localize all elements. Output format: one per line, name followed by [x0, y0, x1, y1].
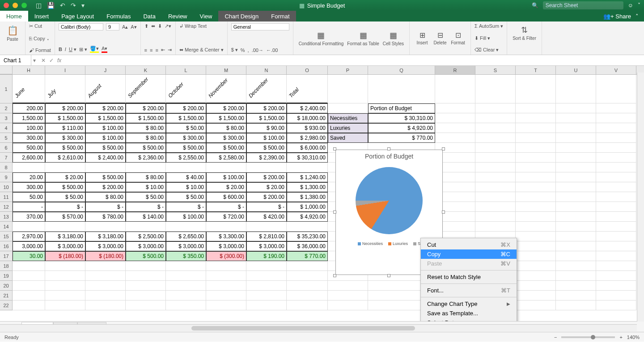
orientation-icon[interactable]: ↗▾	[165, 23, 171, 29]
cell-O14[interactable]	[287, 222, 328, 232]
cell-U11[interactable]	[556, 192, 596, 202]
cell-M14[interactable]	[206, 222, 246, 232]
cell-O18[interactable]	[287, 261, 328, 271]
cell-K9[interactable]: $ 80.00	[126, 172, 166, 182]
cell-M7[interactable]: $ 2,580.00	[206, 153, 246, 163]
cell-V15[interactable]	[596, 232, 636, 241]
cell-T10[interactable]	[516, 182, 556, 192]
cell-M4[interactable]: $ 80.00	[206, 123, 246, 133]
cell-Q3[interactable]: $ 30,310.00	[368, 113, 435, 123]
cell-J21[interactable]	[85, 291, 126, 300]
cell-K21[interactable]	[126, 291, 166, 300]
column-header-H[interactable]: H	[13, 66, 45, 74]
row-header-21[interactable]: 21	[0, 291, 13, 300]
cancel-formula-icon[interactable]: ✕	[41, 57, 46, 64]
increase-decimal-icon[interactable]: .00→	[252, 47, 263, 53]
cell-O22[interactable]	[287, 300, 328, 310]
cell-L4[interactable]: $ 50.00	[166, 123, 206, 133]
cell-O12[interactable]: $ 1,000.00	[287, 202, 328, 212]
horizontal-scrollbar[interactable]	[0, 324, 637, 331]
cell-J4[interactable]: $ 100.00	[85, 123, 126, 133]
cell-K4[interactable]: $ 80.00	[126, 123, 166, 133]
ribbon-tab-view[interactable]: View	[194, 11, 219, 21]
cell-N8[interactable]	[246, 163, 287, 172]
search-input[interactable]: Search Sheet	[543, 1, 623, 9]
cell-T13[interactable]	[516, 212, 556, 222]
cell-L1[interactable]: October	[166, 75, 206, 103]
ribbon-toggle-icon[interactable]: ˅	[638, 2, 640, 9]
cell-J15[interactable]: $ 3,180.00	[85, 232, 126, 241]
cell-M19[interactable]	[206, 271, 246, 281]
row-header-19[interactable]: 19	[0, 271, 13, 281]
decrease-indent-icon[interactable]: ⇤	[161, 47, 165, 53]
cell-M21[interactable]	[206, 291, 246, 300]
ribbon-tab-formulas[interactable]: Formulas	[100, 11, 137, 21]
format-as-table-button[interactable]: ▦Format as Table	[345, 23, 381, 53]
cell-K6[interactable]: $ 500.00	[126, 143, 166, 153]
cell-V3[interactable]	[596, 113, 636, 123]
cell-T11[interactable]	[516, 192, 556, 202]
cell-Q1[interactable]	[368, 75, 435, 103]
cell-T9[interactable]	[516, 172, 556, 182]
cell-L8[interactable]	[166, 163, 206, 172]
cell-V6[interactable]	[596, 143, 636, 153]
cell-T17[interactable]	[516, 251, 556, 261]
cell-T3[interactable]	[516, 113, 556, 123]
undo-icon[interactable]: ↶	[60, 2, 65, 9]
cell-N3[interactable]: $ 1,500.00	[246, 113, 287, 123]
share-button[interactable]: 👥+ Share	[603, 13, 631, 20]
cell-S11[interactable]	[475, 192, 516, 202]
cell-H8[interactable]	[13, 163, 45, 172]
cell-O8[interactable]	[287, 163, 328, 172]
increase-font-icon[interactable]: A▴	[122, 24, 128, 30]
cell-H21[interactable]	[13, 291, 45, 300]
cell-S6[interactable]	[475, 143, 516, 153]
cell-M9[interactable]: $ 100.00	[206, 172, 246, 182]
cell-J17[interactable]: $ (180.00)	[85, 251, 126, 261]
cell-M18[interactable]	[206, 261, 246, 271]
cell-T6[interactable]	[516, 143, 556, 153]
cell-V14[interactable]	[596, 222, 636, 232]
align-middle-icon[interactable]: ⬌	[151, 23, 155, 29]
cell-U12[interactable]	[556, 202, 596, 212]
cell-N22[interactable]	[246, 300, 287, 310]
cell-J20[interactable]	[85, 281, 126, 291]
row-header-3[interactable]: 3	[0, 113, 13, 123]
cell-H7[interactable]: 2,600.00	[13, 153, 45, 163]
cell-K15[interactable]: $ 2,500.00	[126, 232, 166, 241]
cell-L15[interactable]: $ 2,650.00	[166, 232, 206, 241]
cell-H16[interactable]: 3,000.00	[13, 241, 45, 251]
cell-L21[interactable]	[166, 291, 206, 300]
comma-icon[interactable]: ,	[248, 47, 249, 53]
fill-button[interactable]: ⬇ Fill ▾	[475, 35, 490, 41]
cell-H9[interactable]: 20.00	[13, 172, 45, 182]
row-header-13[interactable]: 13	[0, 212, 13, 222]
cell-H22[interactable]	[13, 300, 45, 310]
cell-N17[interactable]: $ 190.00	[246, 251, 287, 261]
cell-T18[interactable]	[516, 261, 556, 271]
cell-T5[interactable]	[516, 133, 556, 143]
context-menu-change-chart-type[interactable]: Change Chart Type▶	[421, 299, 517, 309]
cell-J1[interactable]: August	[85, 75, 126, 103]
row-header-17[interactable]: 17	[0, 251, 13, 261]
cell-I14[interactable]	[45, 222, 85, 232]
cell-T7[interactable]	[516, 153, 556, 163]
close-window-button[interactable]	[4, 3, 9, 8]
cell-L22[interactable]	[166, 300, 206, 310]
cell-U15[interactable]	[556, 232, 596, 241]
column-header-V[interactable]: V	[596, 66, 636, 74]
row-header-1[interactable]: 1	[0, 75, 13, 103]
sort-filter-button[interactable]: ⇅Sort & Filter	[511, 23, 538, 43]
context-menu-save-as-template-[interactable]: Save as Template...	[421, 309, 517, 318]
cell-N1[interactable]: December	[246, 75, 287, 103]
cell-H18[interactable]	[13, 261, 45, 271]
cell-V22[interactable]	[596, 300, 636, 310]
cell-J12[interactable]: $ -	[85, 202, 126, 212]
cell-T21[interactable]	[516, 291, 556, 300]
zoom-percent[interactable]: 140%	[627, 335, 640, 340]
cell-M17[interactable]: $ (300.00)	[206, 251, 246, 261]
cell-M10[interactable]: $ 20.00	[206, 182, 246, 192]
cell-T20[interactable]	[516, 281, 556, 291]
cell-L20[interactable]	[166, 281, 206, 291]
cell-I4[interactable]: $ 110.00	[45, 123, 85, 133]
